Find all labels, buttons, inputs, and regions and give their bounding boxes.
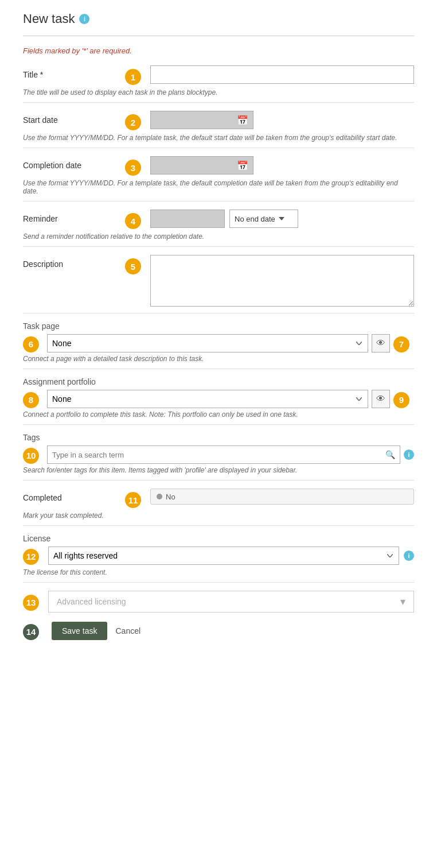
- save-row: 14 Save task Cancel: [23, 622, 414, 640]
- description-badge-col: 5: [125, 255, 146, 274]
- start-date-divider: [23, 148, 414, 148]
- start-date-label: Start date: [23, 115, 58, 125]
- advanced-licensing-badge: 13: [23, 595, 39, 611]
- title-input[interactable]: [150, 65, 414, 84]
- description-section: Description 5: [23, 255, 414, 308]
- reminder-label: Reminder: [23, 214, 58, 223]
- tags-info-icon[interactable]: i: [404, 450, 414, 460]
- start-date-hint: Use the format YYYY/MM/DD. For a templat…: [23, 134, 414, 142]
- reminder-badge: 4: [125, 213, 141, 229]
- reminder-hint: Send a reminder notification relative to…: [23, 232, 414, 241]
- task-page-eye-icon: 👁: [376, 338, 385, 348]
- completion-date-label-col: Completion date: [23, 156, 120, 170]
- reminder-control: No end date: [150, 210, 414, 228]
- completed-hint: Mark your task completed.: [23, 512, 414, 520]
- tags-search-container: 🔍: [47, 445, 400, 464]
- description-field-row: Description 5: [23, 255, 414, 308]
- title-hint: The title will be used to display each t…: [23, 88, 414, 96]
- reminder-field-row: Reminder 4 No end date: [23, 210, 414, 229]
- completion-date-field-row: Completion date 3 📅: [23, 156, 414, 176]
- license-label: License: [23, 534, 414, 543]
- start-date-section: Start date 2 📅 Use the format YYYY/MM/DD…: [23, 111, 414, 142]
- title-section: Title * 1 The title will be used to disp…: [23, 65, 414, 96]
- completion-date-calendar-icon: 📅: [237, 160, 248, 171]
- assignment-portfolio-hint: Connect a portfolio to complete this tas…: [23, 410, 414, 418]
- description-control: [150, 255, 414, 308]
- assignment-portfolio-label: Assignment portfolio: [23, 377, 96, 386]
- save-task-button[interactable]: Save task: [52, 622, 107, 640]
- description-divider: [23, 313, 414, 313]
- assignment-portfolio-section: Assignment portfolio 8 None 👁 9 Connect …: [23, 377, 414, 418]
- tags-section: Tags 10 🔍 i Search for/enter tags for th…: [23, 433, 414, 474]
- reminder-divider: [23, 246, 414, 247]
- assignment-portfolio-eye-button[interactable]: 👁: [372, 390, 390, 408]
- save-badge: 14: [23, 624, 39, 640]
- task-page-badge2: 7: [393, 336, 409, 352]
- required-note: Fields marked by '*' are required.: [23, 46, 414, 55]
- task-page-eye-button[interactable]: 👁: [372, 334, 390, 352]
- task-page-divider: [23, 369, 414, 369]
- task-page-label: Task page: [23, 321, 414, 331]
- start-date-field-row: Start date 2 📅: [23, 111, 414, 130]
- reminder-chevron-icon: [279, 217, 284, 220]
- completed-label-col: Completed: [23, 489, 120, 502]
- assignment-portfolio-badge: 8: [23, 392, 39, 408]
- completed-toggle-dot: [157, 494, 162, 499]
- assignment-portfolio-select[interactable]: None: [47, 390, 368, 408]
- page-info-icon[interactable]: i: [79, 14, 89, 24]
- license-info-icon[interactable]: i: [404, 551, 414, 561]
- description-label-col: Description: [23, 255, 120, 269]
- tags-search-input[interactable]: [52, 446, 385, 463]
- start-date-badge: 2: [125, 114, 141, 130]
- completed-divider: [23, 525, 414, 526]
- completed-badge: 11: [125, 492, 141, 508]
- assignment-portfolio-eye-icon: 👁: [376, 394, 385, 404]
- reminder-label-col: Reminder: [23, 210, 120, 223]
- title-label: Title *: [23, 70, 43, 79]
- completion-date-input[interactable]: 📅: [150, 156, 253, 175]
- license-section: License 12 All rights reserved i The lic…: [23, 534, 414, 576]
- page-title-row: New task i: [23, 11, 414, 26]
- completed-badge-col: 11: [125, 489, 146, 508]
- assignment-portfolio-row: 8 None 👁 9: [23, 390, 414, 408]
- tags-badge: 10: [23, 448, 39, 464]
- tags-label-row: Tags: [23, 433, 414, 442]
- page-title: New task: [23, 11, 75, 26]
- task-page-row: 6 None 👁 7: [23, 334, 414, 352]
- completed-toggle[interactable]: No: [150, 489, 414, 505]
- advanced-licensing-label: Advanced licensing: [57, 597, 126, 606]
- start-date-control: 📅: [150, 111, 414, 129]
- start-date-input[interactable]: 📅: [150, 111, 253, 129]
- completed-control: No: [150, 489, 414, 505]
- license-divider: [23, 582, 414, 583]
- completion-date-badge-col: 3: [125, 156, 146, 176]
- tags-row: 10 🔍 i: [23, 445, 414, 464]
- assignment-portfolio-divider: [23, 424, 414, 425]
- reminder-badge-col: 4: [125, 210, 146, 229]
- license-row: 12 All rights reserved i: [23, 547, 414, 565]
- completion-date-divider: [23, 201, 414, 202]
- task-page-select[interactable]: None: [47, 334, 368, 352]
- completion-date-section: Completion date 3 📅 Use the format YYYY/…: [23, 156, 414, 195]
- tags-divider: [23, 480, 414, 480]
- task-page-badge: 6: [23, 336, 39, 352]
- cancel-link[interactable]: Cancel: [115, 626, 141, 636]
- title-required-star: *: [40, 70, 43, 79]
- advanced-licensing-chevron-icon: ▾: [400, 595, 405, 608]
- advanced-licensing-toggle[interactable]: Advanced licensing ▾: [48, 591, 414, 613]
- license-select[interactable]: All rights reserved: [48, 547, 399, 565]
- reminder-text-input[interactable]: [150, 210, 225, 228]
- start-date-badge-col: 2: [125, 111, 146, 130]
- task-page-section: Task page 6 None 👁 7 Connect a page with…: [23, 321, 414, 363]
- completed-label: Completed: [23, 493, 62, 502]
- start-date-label-col: Start date: [23, 111, 120, 125]
- completion-date-label: Completion date: [23, 161, 81, 170]
- title-badge-col: 1: [125, 65, 146, 85]
- reminder-no-end-label: No end date: [235, 215, 275, 223]
- reminder-no-end-select[interactable]: No end date: [229, 210, 298, 228]
- reminder-section: Reminder 4 No end date Send a reminder n…: [23, 210, 414, 241]
- description-textarea[interactable]: [150, 255, 414, 307]
- tags-hint: Search for/enter tags for this item. Ite…: [23, 466, 414, 474]
- task-page-hint: Connect a page with a detailed task desc…: [23, 355, 414, 363]
- completed-toggle-label: No: [166, 493, 175, 501]
